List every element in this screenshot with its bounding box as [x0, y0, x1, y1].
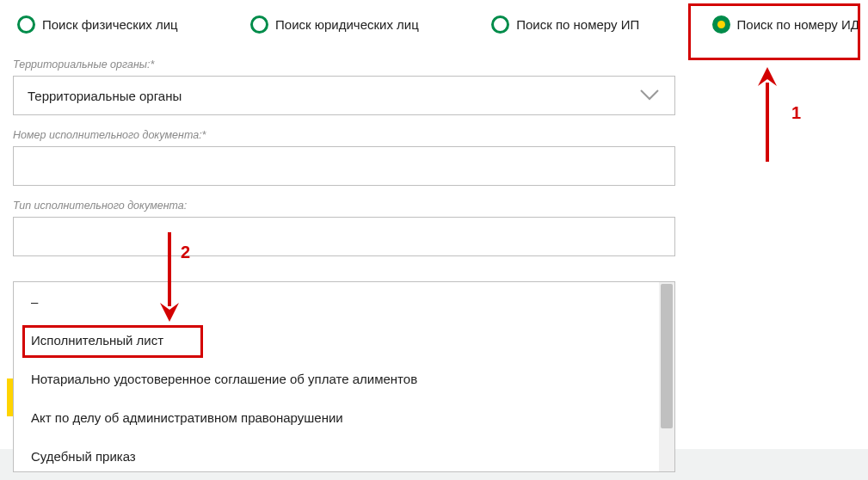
doctype-label: Тип исполнительного документа:: [13, 200, 675, 212]
docnum-label: Номер исполнительного документа:*: [13, 129, 675, 141]
territory-label: Территориальные органы:*: [13, 58, 675, 71]
search-form: Территориальные органы:* Территориальные…: [13, 58, 675, 256]
dropdown-item-notarial[interactable]: Нотариально удостоверенное соглашение об…: [14, 360, 659, 398]
dropdown-items: – Исполнительный лист Нотариально удосто…: [14, 282, 659, 471]
doctype-field-group: Тип исполнительного документа:: [13, 200, 675, 256]
radio-icon: [712, 15, 730, 34]
dropdown-item-admin[interactable]: Акт по делу об административном правонар…: [14, 398, 659, 437]
dropdown-item-sudebny-prikaz[interactable]: Судебный приказ: [14, 437, 659, 472]
docnum-field-group: Номер исполнительного документа:*: [13, 129, 675, 186]
radio-label: Поиск физических лиц: [42, 17, 178, 32]
annotation-arrow-1: [754, 67, 780, 162]
radio-individuals[interactable]: Поиск физических лиц: [17, 15, 178, 34]
radio-label: Поиск по номеру ИП: [516, 17, 639, 32]
territory-value: Территориальные органы: [28, 89, 182, 103]
search-mode-radios: Поиск физических лиц Поиск юридических л…: [17, 15, 859, 34]
docnum-input[interactable]: [13, 146, 675, 186]
radio-icon: [250, 15, 268, 34]
annotation-number-1: 1: [791, 103, 801, 123]
dropdown-scrollbar[interactable]: [659, 282, 674, 471]
radio-label: Поиск по номеру ИД: [737, 17, 859, 32]
radio-label: Поиск юридических лиц: [275, 17, 419, 32]
radio-by-id[interactable]: Поиск по номеру ИД: [712, 15, 859, 34]
territory-select[interactable]: Территориальные органы: [13, 76, 675, 115]
dropdown-item-empty[interactable]: –: [14, 282, 659, 321]
radio-icon: [491, 15, 509, 34]
scrollbar-thumb[interactable]: [661, 284, 673, 428]
chevron-down-icon: [640, 89, 659, 102]
radio-legal-entities[interactable]: Поиск юридических лиц: [250, 15, 419, 34]
radio-by-ip[interactable]: Поиск по номеру ИП: [491, 15, 639, 34]
doctype-dropdown: – Исполнительный лист Нотариально удосто…: [13, 281, 675, 472]
doctype-input[interactable]: [13, 217, 675, 256]
radio-icon: [17, 15, 35, 34]
territory-field-group: Территориальные органы:* Территориальные…: [13, 58, 675, 115]
dropdown-item-ispolnitelny-list[interactable]: Исполнительный лист: [14, 321, 659, 360]
